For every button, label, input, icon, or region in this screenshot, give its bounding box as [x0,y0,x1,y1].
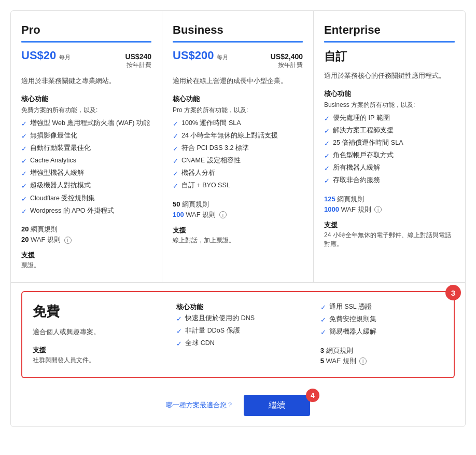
list-item: ✓解決方案工程師支援 [324,126,455,136]
business-price-main: US$200 [173,49,214,62]
business-support-title: 支援 [173,226,303,235]
business-price-annual-note: 按年計費 [278,61,303,68]
free-plan-row: 3 免費 適合個人或興趣專案。 支援 社群與開發人員文件。 核心功能 ✓快速且便… [21,291,455,378]
pro-description: 適用於非業務關鍵之專業網站。 [21,76,151,86]
enterprise-price-main: 自訂 [324,49,455,64]
list-item: ✓Cloudflare 受控規則集 [21,194,151,204]
free-plan-middle: 核心功能 ✓快速且便於使用的 DNS ✓非計量 DDoS 保護 ✓全球 CDN [166,292,310,377]
free-rules: 3 網頁規則 5 WAF 規則 i [320,346,443,366]
list-item: ✓Wordpress 的 APO 外掛程式 [21,206,151,216]
enterprise-support: 支援 24 小時全年無休的電子郵件、線上對話與電話對應。 [324,220,455,249]
check-icon: ✓ [21,119,27,129]
business-plan: Business US$200 每月 US$2,400 按年計費 適用於在線上營… [162,11,314,282]
free-support-title: 支援 [33,346,156,355]
pro-divider [21,41,151,43]
list-item: ✓快速且便於使用的 DNS [176,314,299,324]
check-icon: ✓ [324,164,330,173]
list-item: ✓24 小時全年無休的線上對話支援 [173,131,303,141]
check-icon: ✓ [173,169,178,178]
check-icon: ✓ [21,207,27,216]
check-icon: ✓ [176,339,182,349]
list-item: ✓角色型帳戶存取方式 [324,151,455,161]
free-page-rules: 3 網頁規則 [320,346,443,355]
free-core-features: ✓快速且便於使用的 DNS ✓非計量 DDoS 保護 ✓全球 CDN [176,314,299,349]
list-item: ✓無損影像最佳化 [21,131,151,141]
business-core-subtitle: Pro 方案的所有功能，以及: [173,106,303,115]
list-item: ✓非計量 DDoS 保護 [176,326,299,336]
enterprise-waf-info-icon[interactable]: i [374,206,382,213]
pro-core-title: 核心功能 [21,94,151,104]
list-item: ✓自訂 + BYO SSL [173,181,303,191]
check-icon: ✓ [320,303,326,312]
business-price-annual: US$2,400 [271,52,303,61]
free-plan-left: 免費 適合個人或興趣專案。 支援 社群與開發人員文件。 [22,292,166,377]
check-icon: ✓ [320,328,326,337]
pro-plan-name: Pro [21,23,151,37]
check-icon: ✓ [21,182,27,191]
list-item: ✓自動行動裝置最佳化 [21,144,151,154]
enterprise-plan-name: Enterprise [324,23,455,37]
free-plan-support: 支援 社群與開發人員文件。 [33,346,156,365]
list-item: ✓通用 SSL 憑證 [320,302,443,312]
check-icon: ✓ [324,139,330,148]
list-item: ✓機器人分析 [173,169,303,178]
list-item: ✓存取非合約服務 [324,176,455,186]
enterprise-waf-rules: 1000 WAF 規則 i [324,205,455,214]
check-icon: ✓ [173,182,178,191]
pro-features: ✓增強型 Web 應用程式防火牆 (WAF) 功能 ✓無損影像最佳化 ✓自動行動… [21,119,151,217]
check-icon: ✓ [173,144,178,154]
enterprise-features: ✓優先處理的 IP 範圍 ✓解決方案工程師支援 ✓25 倍補償運作時間 SLA … [324,114,455,186]
enterprise-rules: 125 網頁規則 1000 WAF 規則 i [324,195,455,214]
continue-button-badge: 4 [306,389,319,402]
check-icon: ✓ [324,176,330,186]
check-icon: ✓ [21,169,27,178]
business-core-title: 核心功能 [173,94,303,104]
business-features: ✓100% 運作時間 SLA ✓24 小時全年無休的線上對話支援 ✓符合 PCI… [173,119,303,191]
list-item: ✓增強型 Web 應用程式防火牆 (WAF) 功能 [21,119,151,129]
free-right-features: ✓通用 SSL 憑證 ✓免費安控規則集 ✓簡易機器人緩解 [320,302,443,338]
action-row: 哪一種方案最適合您？ 繼續 4 [11,387,465,426]
check-icon: ✓ [21,144,27,154]
pro-price-main: US$20 [21,49,56,62]
free-plan-right: ✓通用 SSL 憑證 ✓免費安控規則集 ✓簡易機器人緩解 3 網頁規則 5 WA… [310,292,454,377]
business-page-rules: 50 網頁規則 [173,200,303,209]
business-support: 支援 線上對話，加上票證。 [173,226,303,245]
list-item: ✓優先處理的 IP 範圍 [324,114,455,123]
business-description: 適用於在線上營運的成長中小型企業。 [173,76,303,86]
check-icon: ✓ [173,119,178,129]
enterprise-description: 適用於業務核心的任務關鍵性應用程式。 [324,71,455,81]
pro-plan: Pro US$20 每月 US$240 按年計費 適用於非業務關鍵之專業網站。 … [11,11,162,282]
business-waf-rules: 100 WAF 規則 i [173,210,303,219]
free-support-text: 社群與開發人員文件。 [33,356,156,365]
check-icon: ✓ [21,132,27,141]
check-icon: ✓ [21,195,27,204]
check-icon: ✓ [173,132,178,141]
check-icon: ✓ [173,157,178,166]
free-plan-badge: 3 [445,285,461,300]
enterprise-page-rules: 125 網頁規則 [324,195,455,204]
pro-core-subtitle: 免費方案的所有功能，以及: [21,106,151,115]
check-icon: ✓ [176,327,182,336]
business-waf-info-icon[interactable]: i [219,211,227,218]
list-item: ✓全球 CDN [176,339,299,349]
list-item: ✓25 倍補償運作時間 SLA [324,139,455,148]
business-price-period: 每月 [217,54,228,60]
check-icon: ✓ [176,314,182,324]
which-plan-link[interactable]: 哪一種方案最適合您？ [166,401,233,410]
free-core-title: 核心功能 [176,302,299,312]
continue-button[interactable]: 繼續 4 [244,395,310,416]
list-item: ✓所有機器人緩解 [324,163,455,173]
free-waf-info-icon[interactable]: i [359,357,367,365]
free-waf-rules: 5 WAF 規則 i [320,356,443,366]
pro-waf-info-icon[interactable]: i [64,237,72,244]
enterprise-support-title: 支援 [324,220,455,230]
pro-support-title: 支援 [21,251,151,260]
enterprise-core-subtitle: Business 方案的所有功能，以及: [324,101,455,109]
pro-price-annual-note: 按年計費 [127,61,151,68]
business-rules: 50 網頁規則 100 WAF 規則 i [173,200,303,219]
enterprise-divider [324,41,455,43]
list-item: ✓Cache Analytics [21,156,151,166]
pro-price-period: 每月 [59,54,71,60]
pro-waf-rules: 20 WAF 規則 i [21,235,151,244]
free-plan-desc: 適合個人或興趣專案。 [33,327,156,337]
